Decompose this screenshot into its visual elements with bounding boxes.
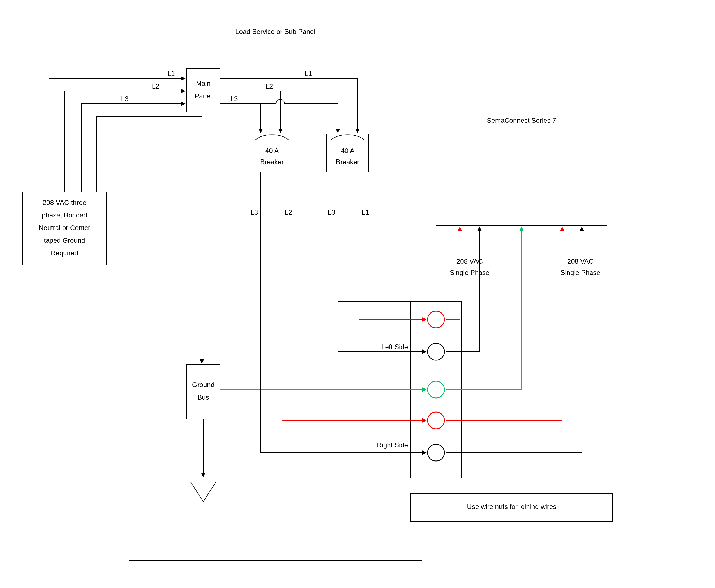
main-panel-box bbox=[186, 69, 220, 112]
main-panel-label-1: Main bbox=[196, 80, 210, 87]
breaker-2-amp: 40 A bbox=[341, 147, 354, 154]
label-l1-left: L1 bbox=[167, 70, 175, 77]
load-service-title: Load Service or Sub Panel bbox=[235, 28, 315, 35]
label-l1-right: L1 bbox=[305, 70, 312, 77]
label-l2-right: L2 bbox=[266, 82, 273, 90]
phase-label-left-1: 208 VAC bbox=[456, 257, 483, 265]
phase-label-right-2: Single Phase bbox=[560, 269, 600, 276]
source-line3: Neutral or Center bbox=[39, 224, 90, 231]
label-l3-right: L3 bbox=[230, 95, 238, 103]
label-brk1-l2: L2 bbox=[285, 209, 292, 216]
breaker-2-label: Breaker bbox=[336, 158, 360, 166]
main-panel-label-2: Panel bbox=[195, 92, 212, 100]
wire-nut-note: Use wire nuts for joining wires bbox=[467, 503, 556, 510]
label-brk1-l3: L3 bbox=[250, 209, 258, 216]
phase-label-left-2: Single Phase bbox=[450, 269, 489, 276]
breaker-1-label: Breaker bbox=[260, 158, 284, 166]
label-l2-left: L2 bbox=[152, 82, 160, 90]
label-brk2-l3: L3 bbox=[327, 209, 335, 216]
label-brk2-l1: L1 bbox=[362, 209, 369, 216]
wiring-diagram: Load Service or Sub Panel 208 VAC three … bbox=[0, 0, 715, 588]
left-side-label: Left Side bbox=[381, 343, 408, 351]
label-l3-left: L3 bbox=[121, 95, 129, 103]
device-title: SemaConnect Series 7 bbox=[487, 117, 556, 124]
ground-bus-box bbox=[186, 364, 220, 419]
source-line4: taped Ground bbox=[44, 236, 85, 244]
ground-bus-label-2: Bus bbox=[198, 394, 209, 401]
load-service-panel-box bbox=[129, 17, 422, 561]
source-line2: phase, Bonded bbox=[42, 211, 87, 219]
source-line5: Required bbox=[51, 249, 78, 257]
ground-bus-label-1: Ground bbox=[192, 381, 214, 388]
wire-nut4-to-device bbox=[446, 227, 562, 420]
right-side-label: Right Side bbox=[377, 441, 408, 449]
source-line1: 208 VAC three bbox=[43, 199, 86, 206]
breaker-1-amp: 40 A bbox=[265, 147, 279, 154]
phase-label-right-1: 208 VAC bbox=[567, 257, 594, 265]
